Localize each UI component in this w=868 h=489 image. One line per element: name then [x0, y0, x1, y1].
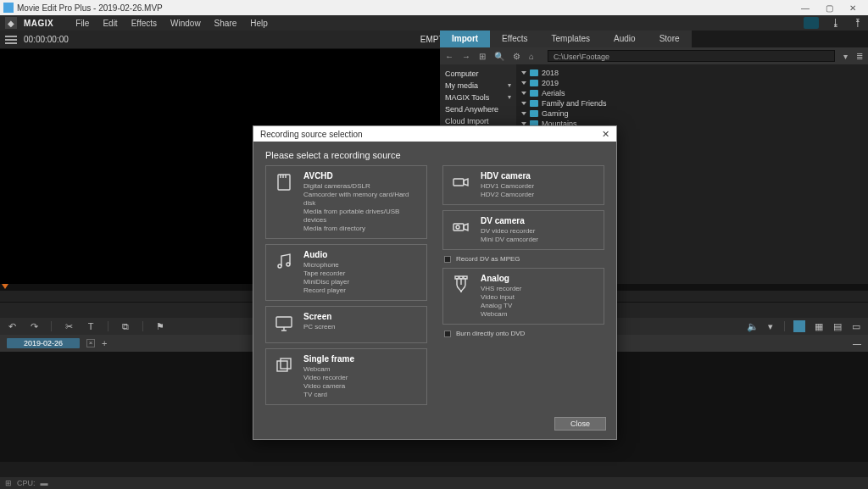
media-toolbar: ← → ⊞ 🔍 ⚙ ⌂ C:\User\Footage ▾ ≣	[440, 47, 868, 64]
folder-node[interactable]: Gaming	[521, 108, 863, 119]
source-single-frame[interactable]: Single frameWebcamVideo recorderVideo ca…	[265, 348, 427, 405]
svg-rect-6	[453, 179, 464, 186]
maximize-button[interactable]: ▢	[817, 3, 841, 13]
menu-effects[interactable]: Effects	[128, 19, 160, 28]
grid-icon: ⊞	[5, 479, 12, 487]
close-button[interactable]: Close	[554, 417, 606, 431]
volume-down-icon[interactable]: ▾	[765, 321, 776, 331]
source-audio[interactable]: AudioMicrophoneTape recorderMiniDisc pla…	[265, 244, 427, 301]
svg-rect-5	[281, 358, 291, 369]
view-mode-scenes[interactable]: ▤	[832, 321, 843, 331]
dialog-close-icon[interactable]: ✕	[602, 129, 609, 140]
camcorder-icon	[450, 171, 472, 193]
sidebar-item-sendanywhere[interactable]: Send Anywhere	[445, 103, 511, 115]
redo-button[interactable]: ↷	[29, 321, 39, 331]
sidebar-item-mymedia[interactable]: My media▾	[445, 80, 511, 92]
svg-point-8	[456, 225, 459, 229]
check-burn-dvd[interactable]: Burn directly onto DVD	[442, 330, 604, 337]
path-field[interactable]: C:\User\Footage	[548, 50, 835, 62]
svg-rect-11	[464, 276, 467, 279]
folder-icon	[530, 90, 538, 97]
folder-node[interactable]: Aerials	[521, 88, 863, 98]
folder-icon	[530, 100, 538, 107]
marker-button[interactable]: ⚑	[155, 321, 165, 331]
menu-bar: ◆ MAGIX File Edit Effects Window Share H…	[0, 15, 868, 31]
nav-forward-icon[interactable]: →	[462, 52, 470, 61]
expand-icon[interactable]	[521, 71, 526, 75]
path-dropdown-icon[interactable]: ▾	[843, 52, 848, 61]
svg-rect-10	[459, 276, 463, 279]
playhead-marker[interactable]	[2, 284, 8, 289]
mute-icon[interactable]: 🔈	[747, 321, 757, 331]
source-hdv-camera[interactable]: HDV cameraHDV1 CamcorderHDV2 Camcorder	[442, 165, 604, 205]
menu-edit[interactable]: Edit	[99, 19, 120, 28]
tab-templates[interactable]: Templates	[540, 31, 603, 47]
tab-audio[interactable]: Audio	[602, 31, 648, 47]
view-mode-storyboard[interactable]: ▦	[814, 321, 824, 331]
separator	[142, 321, 143, 331]
expand-icon[interactable]	[521, 102, 526, 105]
source-screen[interactable]: ScreenPC screen	[265, 306, 427, 343]
monitor-icon	[273, 312, 295, 334]
cut-tool-button[interactable]: ✂	[64, 321, 74, 331]
tab-effects[interactable]: Effects	[490, 31, 539, 47]
hamburger-icon[interactable]	[5, 36, 17, 44]
expand-icon[interactable]	[521, 81, 526, 85]
upload-icon[interactable]: ⭱	[853, 17, 863, 29]
nav-tree-icon[interactable]: ⊞	[479, 52, 486, 61]
add-track-button[interactable]: +	[102, 338, 107, 348]
nav-back-icon[interactable]: ←	[445, 52, 453, 61]
view-options-icon[interactable]: ≣	[856, 52, 863, 61]
view-mode-overview[interactable]: ▭	[851, 321, 861, 331]
source-dv-camera[interactable]: DV cameraDV video recorderMini DV camcor…	[442, 210, 604, 250]
gear-icon[interactable]: ⚙	[513, 52, 520, 61]
menu-help[interactable]: Help	[247, 19, 271, 28]
zoom-slider-icon[interactable]: —	[853, 339, 861, 348]
home-icon[interactable]: ⌂	[529, 52, 534, 61]
source-analog[interactable]: AnalogVHS recorderVideo inputAnalog TVWe…	[442, 268, 604, 325]
search-icon[interactable]: 🔍	[494, 52, 504, 61]
close-window-button[interactable]: ✕	[841, 3, 865, 13]
tab-store[interactable]: Store	[648, 31, 692, 47]
frames-icon	[273, 354, 295, 376]
svg-rect-7	[453, 224, 464, 231]
sdcard-icon	[273, 171, 295, 193]
app-icon	[3, 3, 14, 13]
group-button[interactable]: ⧉	[120, 321, 131, 331]
sidebar-item-computer[interactable]: Computer	[445, 68, 511, 80]
checkbox-icon[interactable]	[444, 256, 451, 263]
check-record-dv-mpeg[interactable]: Record DV as MPEG	[442, 255, 604, 263]
svg-point-2	[287, 263, 290, 266]
sidebar-item-magixtools[interactable]: MAGIX Tools▾	[445, 92, 511, 103]
dialog-titlebar: Recording source selection ✕	[253, 126, 616, 142]
folder-icon	[530, 110, 538, 117]
source-avchd[interactable]: AVCHDDigital cameras/DSLRCamcorder with …	[265, 165, 427, 239]
tab-import[interactable]: Import	[440, 31, 490, 47]
chevron-down-icon: ▾	[508, 93, 511, 102]
status-bar: ⊞ CPU: ▬	[0, 477, 868, 489]
brand-icon: ◆	[5, 17, 17, 29]
expand-icon[interactable]	[521, 92, 526, 95]
folder-node[interactable]: 2018	[521, 68, 863, 78]
source-column-right: HDV cameraHDV1 CamcorderHDV2 Camcorder D…	[442, 165, 604, 405]
music-note-icon	[273, 250, 295, 272]
dialog-title: Recording source selection	[260, 130, 363, 139]
menu-window[interactable]: Window	[167, 19, 204, 28]
svg-point-1	[278, 264, 281, 268]
track-name-chip[interactable]: 2019-02-26	[7, 338, 80, 348]
minimize-button[interactable]: —	[793, 3, 817, 13]
folder-node[interactable]: 2019	[521, 78, 863, 88]
toolbar-action-icon[interactable]	[804, 17, 819, 29]
title-tool-button[interactable]: T	[86, 321, 96, 331]
media-tabs: Import Effects Templates Audio Store	[440, 31, 868, 47]
folder-node[interactable]: Family and Friends	[521, 98, 863, 108]
download-icon[interactable]: ⭳	[831, 17, 841, 29]
track-close-button[interactable]: ×	[86, 339, 95, 347]
menu-share[interactable]: Share	[211, 19, 241, 28]
view-mode-timeline[interactable]	[793, 320, 805, 332]
menu-file[interactable]: File	[72, 19, 92, 28]
source-column-left: AVCHDDigital cameras/DSLRCamcorder with …	[265, 165, 427, 405]
undo-button[interactable]: ↶	[7, 321, 17, 331]
expand-icon[interactable]	[521, 112, 526, 115]
checkbox-icon[interactable]	[444, 331, 451, 337]
